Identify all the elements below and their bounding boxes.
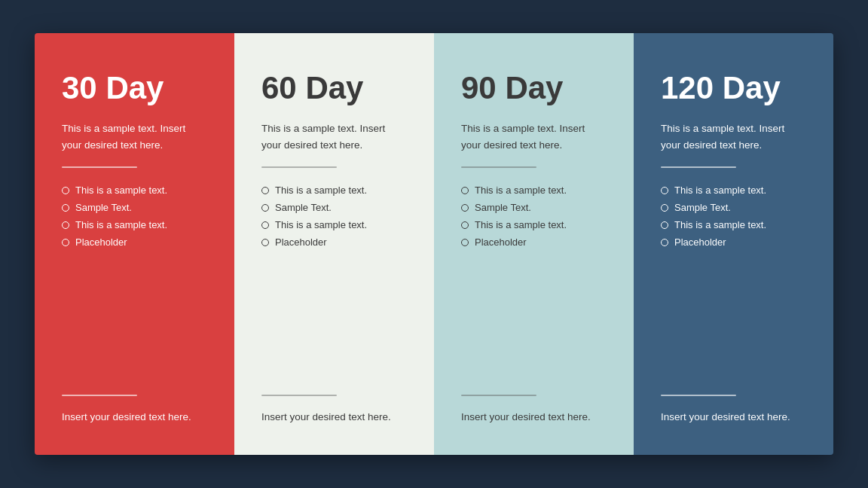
col-2-bullet-3: This is a sample text. [261,219,407,230]
column-col-2: 60 DayThis is a sample text. Insert your… [234,33,434,455]
col-2-title: 60 Day [261,71,407,105]
col-3-bullet-3-text: This is a sample text. [475,219,567,230]
col-2-bullet-3-icon [261,221,269,229]
col-1-bullet-1-text: This is a sample text. [75,185,167,196]
col-1-bullet-3: This is a sample text. [62,219,207,230]
col-1-bullet-3-icon [62,221,69,229]
col-2-bullet-4-icon [261,239,269,246]
col-2-divider-2 [261,395,337,396]
slide-container: 30 DayThis is a sample text. Insert your… [35,33,833,455]
col-4-bullet-list: This is a sample text.Sample Text.This i… [661,185,806,377]
col-3-bullet-2-text: Sample Text. [475,202,531,213]
col-1-bullet-1: This is a sample text. [62,185,207,196]
col-3-bullet-1: This is a sample text. [461,185,607,196]
col-2-bullet-2-text: Sample Text. [275,202,332,213]
col-4-description: This is a sample text. Insert your desir… [661,120,806,153]
col-1-bullet-2: Sample Text. [62,202,207,213]
col-4-bullet-2-text: Sample Text. [674,202,731,213]
col-4-divider-1 [661,166,736,168]
col-4-bullet-3: This is a sample text. [661,219,806,230]
col-1-divider-2 [62,395,137,396]
column-col-4: 120 DayThis is a sample text. Insert you… [634,33,833,455]
col-4-bullet-3-icon [661,221,668,229]
col-1-bullet-2-icon [62,204,69,212]
col-3-footer: Insert your desired text here. [461,410,607,425]
col-3-description: This is a sample text. Insert your desir… [461,120,607,153]
column-col-3: 90 DayThis is a sample text. Insert your… [434,33,634,455]
col-3-bullet-4-icon [461,239,469,246]
col-3-bullet-4-text: Placeholder [475,236,527,248]
col-2-footer: Insert your desired text here. [261,410,407,425]
col-3-bullet-1-icon [461,187,469,194]
column-col-1: 30 DayThis is a sample text. Insert your… [35,33,234,455]
col-4-bullet-2-icon [661,204,668,212]
col-4-title: 120 Day [661,71,806,105]
col-2-bullet-4: Placeholder [261,236,407,248]
col-1-description: This is a sample text. Insert your desir… [62,120,207,153]
col-1-bullet-3-text: This is a sample text. [75,219,167,230]
col-3-bullet-1-text: This is a sample text. [475,185,567,196]
col-2-bullet-2: Sample Text. [261,202,407,213]
col-3-bullet-2-icon [461,204,469,212]
col-4-bullet-4-text: Placeholder [674,236,726,248]
col-1-divider-1 [62,166,137,168]
col-4-bullet-3-text: This is a sample text. [674,219,766,230]
col-1-footer: Insert your desired text here. [62,410,207,425]
col-4-bullet-1-icon [661,187,668,194]
col-2-bullet-3-text: This is a sample text. [275,219,367,230]
col-2-divider-1 [261,166,337,168]
col-3-bullet-3: This is a sample text. [461,219,607,230]
col-1-bullet-2-text: Sample Text. [75,202,132,213]
col-3-bullet-3-icon [461,221,469,229]
col-3-bullet-4: Placeholder [461,236,607,248]
col-4-footer: Insert your desired text here. [661,410,806,425]
col-1-bullet-4: Placeholder [62,236,207,248]
col-1-bullet-4-text: Placeholder [75,236,127,248]
col-1-bullet-1-icon [62,187,69,194]
col-2-bullet-1: This is a sample text. [261,185,407,196]
col-2-bullet-1-icon [261,187,269,194]
col-1-bullet-4-icon [62,239,69,246]
col-2-bullet-4-text: Placeholder [275,236,327,248]
col-2-description: This is a sample text. Insert your desir… [261,120,407,153]
col-1-title: 30 Day [62,71,207,105]
col-4-bullet-4: Placeholder [661,236,806,248]
col-3-bullet-2: Sample Text. [461,202,607,213]
col-3-divider-1 [461,166,536,168]
col-3-bullet-list: This is a sample text.Sample Text.This i… [461,185,607,377]
col-4-bullet-4-icon [661,239,668,246]
col-1-bullet-list: This is a sample text.Sample Text.This i… [62,185,207,377]
col-3-title: 90 Day [461,71,607,105]
col-3-divider-2 [461,395,536,396]
col-4-divider-2 [661,395,736,396]
col-2-bullet-1-text: This is a sample text. [275,185,367,196]
col-2-bullet-2-icon [261,204,269,212]
col-4-bullet-1-text: This is a sample text. [674,185,766,196]
col-4-bullet-1: This is a sample text. [661,185,806,196]
col-2-bullet-list: This is a sample text.Sample Text.This i… [261,185,407,377]
col-4-bullet-2: Sample Text. [661,202,806,213]
